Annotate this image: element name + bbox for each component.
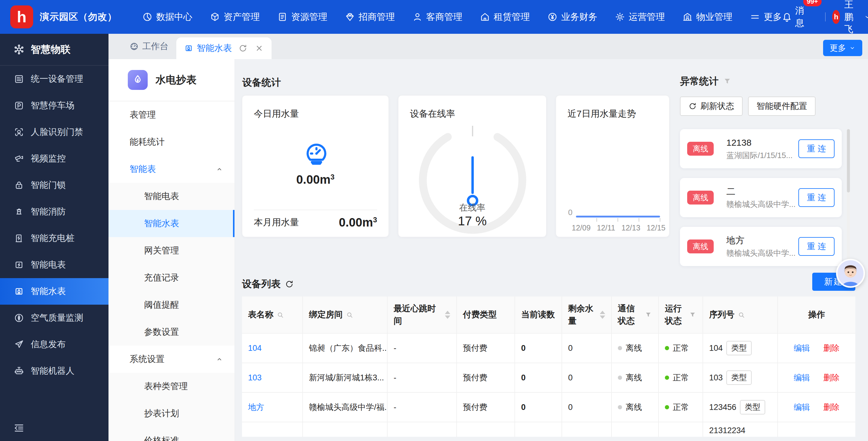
abnormal-device-name: 地方: [726, 234, 798, 246]
type-tag-button[interactable]: 类型: [740, 400, 765, 414]
edit-action[interactable]: 编辑: [794, 402, 810, 413]
module-menu-item-6[interactable]: 充值记录: [108, 264, 235, 291]
topnav-item-7[interactable]: 运营管理: [615, 11, 665, 23]
drop-bolt-icon: [132, 74, 144, 86]
topnav-item-3[interactable]: 招商管理: [345, 11, 395, 23]
sidebar-item-0[interactable]: 统一设备管理: [0, 66, 108, 92]
abnormal-device-location: 赣榆城头高级中学...: [726, 199, 798, 210]
user-name: 王鹏飞: [844, 0, 860, 36]
delete-action[interactable]: 删除: [824, 402, 840, 413]
trend-axis-tick: [618, 218, 618, 222]
tab-refresh-icon[interactable]: [239, 44, 247, 53]
delete-action[interactable]: 删除: [824, 343, 840, 354]
refresh-status-button[interactable]: 刷新状态: [680, 96, 743, 116]
trend-x-label: 12/09: [572, 224, 591, 232]
devices-icon: [14, 74, 24, 84]
abnormal-stats-title: 异常统计: [680, 75, 732, 88]
module-menu-item-1[interactable]: 能耗统计: [108, 128, 235, 156]
topnav-item-1[interactable]: 资产管理: [210, 11, 260, 23]
edit-action[interactable]: 编辑: [794, 343, 810, 354]
module-menu-item-5[interactable]: 网关管理: [108, 237, 235, 264]
abnormal-device-location: 蓝湖国际/1/15/15...: [726, 150, 798, 161]
module-menu: 表管理 能耗统计 智能表 智能电表 智能水表 网关管理 充值记录 阈值提醒 参数…: [108, 101, 235, 441]
topnav-item-4[interactable]: 客商管理: [412, 11, 462, 23]
tabbar-more-button[interactable]: 更多: [823, 40, 862, 56]
sidebar-module-title: 智慧物联: [31, 43, 70, 56]
sidebar-item-10[interactable]: 信息发布: [0, 331, 108, 358]
sidebar-item-11[interactable]: 智能机器人: [0, 358, 108, 384]
send-icon: [14, 339, 24, 350]
module-menu-item-8[interactable]: 参数设置: [108, 319, 235, 346]
fire-icon: [14, 207, 24, 217]
message-count-badge: 99+: [803, 0, 822, 6]
edit-action[interactable]: 编辑: [794, 372, 810, 383]
sidebar-item-4[interactable]: 智能门锁: [0, 172, 108, 199]
reconnect-button[interactable]: 重 连: [798, 237, 835, 256]
messages-button[interactable]: 消息 99+: [782, 4, 804, 29]
refresh-list-icon[interactable]: [285, 280, 294, 289]
module-menu-item-3[interactable]: 智能电表: [108, 183, 235, 210]
module-menu-item-2[interactable]: 智能表: [108, 156, 235, 183]
module-menu-item-12[interactable]: 价格标准: [108, 427, 235, 441]
sidebar-item-9[interactable]: 空气质量监测: [0, 305, 108, 331]
abnormal-device-location: 赣榆城头高级中学...: [726, 248, 798, 259]
search-icon[interactable]: [738, 311, 745, 319]
module-menu-item-11[interactable]: 抄表计划: [108, 400, 235, 427]
topnav-item-9[interactable]: 更多: [750, 11, 782, 23]
module-menu-item-10[interactable]: 表种类管理: [108, 373, 235, 400]
sort-caret-icon[interactable]: [445, 311, 450, 319]
reconnect-button[interactable]: 重 连: [798, 188, 835, 207]
sidebar-item-5[interactable]: 智能消防: [0, 199, 108, 225]
topnav-item-2[interactable]: 资源管理: [277, 11, 327, 23]
offline-dot: [618, 405, 622, 409]
meter-name-link[interactable]: 地方: [248, 402, 264, 413]
reading-cell: 0: [515, 393, 562, 422]
module-menu-item-9[interactable]: 系统设置: [108, 346, 235, 373]
actions-cell: 编辑删除: [778, 333, 855, 362]
device-stats-title: 设备统计: [242, 76, 281, 89]
module-menu-item-0[interactable]: 表管理: [108, 101, 235, 128]
reconnect-button[interactable]: 重 连: [798, 139, 835, 158]
type-tag-button[interactable]: 类型: [726, 371, 752, 385]
sidebar-item-6[interactable]: 智能充电桩: [0, 225, 108, 252]
user-menu[interactable]: h 王鹏飞: [832, 0, 868, 36]
filter-funnel-icon[interactable]: [723, 77, 732, 86]
tab-close-icon[interactable]: [255, 44, 264, 53]
topnav-item-0[interactable]: 数据中心: [142, 11, 192, 23]
funnel-icon[interactable]: [644, 311, 652, 319]
device-list-title: 设备列表: [242, 277, 294, 291]
sidebar-item-7[interactable]: 智能电表: [0, 252, 108, 278]
topnav-item-8[interactable]: 物业管理: [682, 11, 733, 23]
sort-caret-icon[interactable]: [600, 311, 605, 319]
topbar-right: 消息 99+ h 王鹏飞: [782, 0, 868, 36]
sidebar-item-8[interactable]: 智能水表: [0, 278, 108, 305]
sidebar-item-3[interactable]: 视频监控: [0, 145, 108, 172]
search-icon[interactable]: [276, 311, 284, 319]
search-icon[interactable]: [346, 311, 353, 319]
funnel-icon[interactable]: [689, 311, 696, 319]
topnav-item-6[interactable]: 业务财务: [547, 11, 597, 23]
module-menu-item-4[interactable]: 智能水表: [108, 210, 235, 237]
ops-icon: [615, 12, 625, 22]
topnav-item-5[interactable]: 租赁管理: [480, 11, 530, 23]
delete-action[interactable]: 删除: [824, 372, 840, 383]
type-tag-button[interactable]: 类型: [726, 341, 752, 355]
trend-flat-line: [576, 216, 660, 217]
module-menu-item-7[interactable]: 阈值提醒: [108, 291, 235, 319]
meter-name-link[interactable]: 103: [248, 373, 261, 382]
meter-name-link[interactable]: 104: [248, 344, 261, 353]
sidebar-item-1[interactable]: 智慧停车场: [0, 92, 108, 119]
collapse-sidebar-icon[interactable]: [13, 422, 25, 434]
main-content: 设备统计 今日用水量 0.00m3 本月用水量 0.00m3 设备在线率 在线率…: [235, 59, 868, 441]
app-logo[interactable]: h: [10, 5, 33, 28]
offline-dot: [618, 376, 622, 380]
yen-icon: [547, 12, 558, 22]
assistant-avatar[interactable]: [836, 259, 865, 288]
scrollbar-thumb[interactable]: [847, 129, 850, 193]
actions-cell: [778, 422, 855, 437]
trend-axis-tick: [639, 218, 639, 222]
tab-0[interactable]: 工作台: [122, 34, 176, 59]
tab-1[interactable]: 智能水表: [176, 37, 272, 59]
sidebar-item-2[interactable]: 人脸识别门禁: [0, 119, 108, 145]
hardware-config-button[interactable]: 智能硬件配置: [748, 96, 815, 116]
